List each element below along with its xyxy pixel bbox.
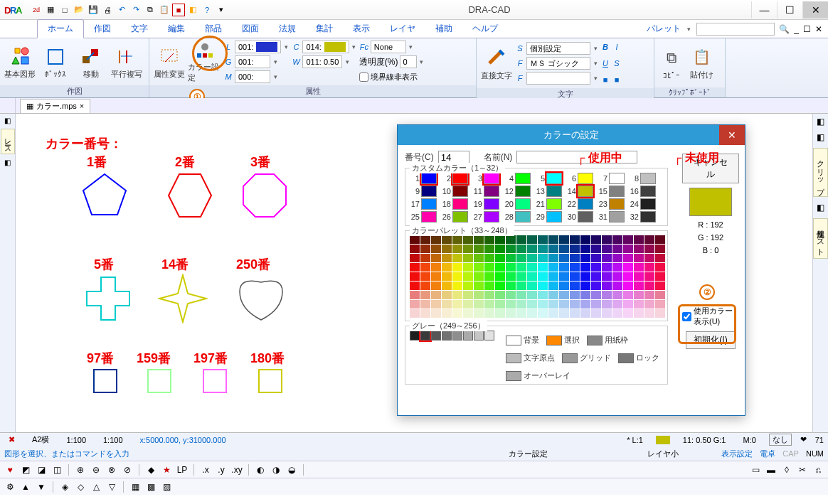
palette-cell[interactable] bbox=[634, 263, 644, 272]
palette-cell[interactable] bbox=[623, 291, 633, 299]
palette-cell[interactable] bbox=[612, 235, 622, 244]
palette-cell[interactable] bbox=[484, 282, 494, 290]
palette-cell[interactable] bbox=[623, 282, 633, 290]
tab-moji[interactable]: 文字 bbox=[121, 20, 158, 38]
palette-cell[interactable] bbox=[495, 263, 505, 272]
palette-cell[interactable] bbox=[442, 300, 452, 309]
status-calc[interactable]: 電卓 bbox=[760, 449, 775, 459]
status-scale2[interactable]: 1:100 bbox=[99, 436, 127, 444]
inner-restore-icon[interactable]: ☐ bbox=[803, 24, 811, 34]
palette-cell[interactable] bbox=[484, 245, 494, 253]
palette-cell[interactable] bbox=[484, 272, 494, 281]
palette-cell[interactable] bbox=[548, 291, 558, 299]
grey-cell[interactable] bbox=[420, 331, 430, 341]
palette-cell[interactable] bbox=[410, 309, 420, 318]
palette-cell[interactable] bbox=[602, 309, 612, 318]
palette-cell[interactable] bbox=[634, 282, 644, 290]
palette-cell[interactable] bbox=[580, 282, 590, 290]
palette-cell[interactable] bbox=[548, 245, 558, 253]
palette-cell[interactable] bbox=[655, 300, 665, 309]
palette-cell[interactable] bbox=[644, 272, 654, 281]
palette-cell[interactable] bbox=[516, 263, 526, 272]
custom-color-8[interactable]: 8 bbox=[629, 173, 659, 184]
palette-cell[interactable] bbox=[474, 254, 484, 262]
tb2-gear-icon[interactable]: ⚙ bbox=[4, 481, 16, 493]
custom-color-22[interactable]: 22 bbox=[566, 198, 596, 210]
custom-color-28[interactable]: 28 bbox=[504, 211, 534, 222]
palette-cell[interactable] bbox=[644, 300, 654, 309]
palette-cell[interactable] bbox=[548, 235, 558, 244]
right-vtab-attrlist[interactable]: 属性リスト bbox=[813, 218, 828, 259]
palette-cell[interactable] bbox=[527, 272, 537, 281]
palette-cell[interactable] bbox=[538, 291, 548, 299]
palette-cell[interactable] bbox=[644, 282, 654, 290]
palette-cell[interactable] bbox=[474, 263, 484, 272]
strike-icon[interactable]: S bbox=[612, 58, 622, 68]
status-scale[interactable]: 1:100 bbox=[62, 436, 90, 444]
status-line[interactable]: 11: 0.50 G:1 bbox=[679, 436, 731, 444]
palette-cell[interactable] bbox=[570, 309, 580, 318]
layer-select[interactable]: 001: bbox=[235, 41, 281, 53]
palette-cell[interactable] bbox=[559, 254, 569, 262]
palette-cell[interactable] bbox=[580, 309, 590, 318]
palette-cell[interactable] bbox=[420, 254, 430, 262]
palette-cell[interactable] bbox=[623, 245, 633, 253]
palette-cell[interactable] bbox=[495, 300, 505, 309]
tab-henshu[interactable]: 編集 bbox=[158, 20, 195, 38]
palette-cell[interactable] bbox=[506, 272, 516, 281]
basic-shape-button[interactable]: 基本図形 bbox=[3, 41, 37, 83]
palette-cell[interactable] bbox=[591, 309, 601, 318]
palette-cell[interactable] bbox=[623, 235, 633, 244]
palette-cell[interactable] bbox=[442, 235, 452, 244]
palette-cell[interactable] bbox=[634, 254, 644, 262]
custom-color-16[interactable]: 16 bbox=[629, 186, 659, 197]
qat-grid-icon[interactable]: ▦ bbox=[44, 4, 57, 16]
palette-cell[interactable] bbox=[602, 282, 612, 290]
palette-cell[interactable] bbox=[602, 235, 612, 244]
palette-cell[interactable] bbox=[484, 263, 494, 272]
status-paper[interactable]: A2横 bbox=[28, 434, 53, 445]
qat-new-icon[interactable]: □ bbox=[58, 4, 71, 16]
palette-cell[interactable] bbox=[634, 245, 644, 253]
palette-cell[interactable] bbox=[559, 309, 569, 318]
color-select[interactable]: 014: bbox=[302, 41, 349, 53]
custom-color-21[interactable]: 21 bbox=[535, 198, 565, 210]
palette-cell[interactable] bbox=[442, 245, 452, 253]
palette-cell[interactable] bbox=[484, 291, 494, 299]
custom-color-9[interactable]: 9 bbox=[410, 186, 440, 197]
palette-cell[interactable] bbox=[527, 291, 537, 299]
palette-cell[interactable] bbox=[559, 282, 569, 290]
palette-cell[interactable] bbox=[580, 235, 590, 244]
palette-cell[interactable] bbox=[644, 291, 654, 299]
palette-cell[interactable] bbox=[655, 282, 665, 290]
palette-cell[interactable] bbox=[655, 309, 665, 318]
palette-cell[interactable] bbox=[484, 254, 494, 262]
palette-cell[interactable] bbox=[538, 245, 548, 253]
status-mat[interactable]: M:0 bbox=[738, 436, 760, 444]
bold-icon[interactable]: B bbox=[600, 42, 610, 52]
palette-cell[interactable] bbox=[602, 300, 612, 309]
palette-cell[interactable] bbox=[591, 254, 601, 262]
direct-text-button[interactable]: 直接文字 bbox=[479, 42, 514, 85]
palette-cell[interactable] bbox=[431, 245, 441, 253]
palette-cell[interactable] bbox=[452, 263, 462, 272]
palette-cell[interactable] bbox=[570, 263, 580, 272]
palette-cell[interactable] bbox=[655, 235, 665, 244]
palette-cell[interactable] bbox=[623, 254, 633, 262]
palette-cell[interactable] bbox=[591, 272, 601, 281]
box-button[interactable]: ﾎﾞｯｸｽ bbox=[38, 41, 73, 83]
tab-home[interactable]: ホーム bbox=[37, 19, 84, 38]
palette-cell[interactable] bbox=[644, 235, 654, 244]
palette-cell[interactable] bbox=[644, 309, 654, 318]
palette-cell[interactable] bbox=[644, 245, 654, 253]
palette-cell[interactable] bbox=[644, 263, 654, 272]
palette-cell[interactable] bbox=[452, 309, 462, 318]
custom-color-31[interactable]: 31 bbox=[598, 211, 627, 222]
color-number-input[interactable] bbox=[438, 151, 469, 163]
attribute-change-button[interactable]: 属性変更 bbox=[152, 41, 186, 83]
palette-cell[interactable] bbox=[548, 254, 558, 262]
italic-icon[interactable]: I bbox=[612, 42, 622, 52]
right-vtab-clip[interactable]: クリップ bbox=[813, 148, 828, 197]
status-layer[interactable]: * L:1 bbox=[622, 436, 647, 444]
font-select[interactable]: ＭＳ ゴシック bbox=[526, 57, 590, 70]
